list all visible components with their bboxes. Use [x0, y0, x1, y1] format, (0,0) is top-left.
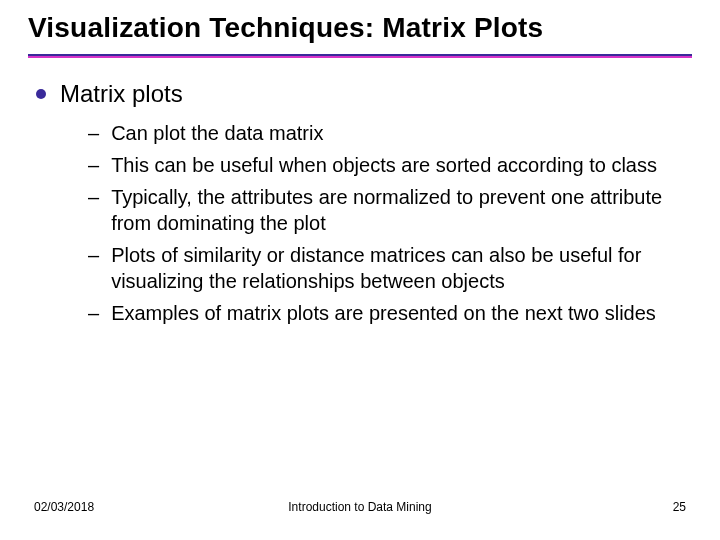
bullet-level2: – This can be useful when objects are so… — [88, 152, 682, 178]
bullet-level2-text: Typically, the attributes are normalized… — [111, 184, 682, 236]
slide-title: Visualization Techniques: Matrix Plots — [28, 12, 692, 44]
title-divider — [28, 54, 692, 58]
footer-page-number: 25 — [673, 500, 686, 514]
bullet-level2: – Can plot the data matrix — [88, 120, 682, 146]
slide-body: Matrix plots – Can plot the data matrix … — [28, 80, 692, 326]
dash-bullet-icon: – — [88, 152, 99, 178]
bullet-level2: – Examples of matrix plots are presented… — [88, 300, 682, 326]
dash-bullet-icon: – — [88, 242, 99, 268]
bullet-level1-text: Matrix plots — [60, 80, 183, 108]
footer-title: Introduction to Data Mining — [288, 500, 431, 514]
sub-bullet-list: – Can plot the data matrix – This can be… — [36, 120, 692, 326]
bullet-level2-text: Plots of similarity or distance matrices… — [111, 242, 682, 294]
dash-bullet-icon: – — [88, 300, 99, 326]
bullet-level2-text: This can be useful when objects are sort… — [111, 152, 657, 178]
dash-bullet-icon: – — [88, 184, 99, 210]
bullet-level2: – Typically, the attributes are normaliz… — [88, 184, 682, 236]
bullet-level2: – Plots of similarity or distance matric… — [88, 242, 682, 294]
dash-bullet-icon: – — [88, 120, 99, 146]
footer-date: 02/03/2018 — [34, 500, 94, 514]
round-bullet-icon — [36, 89, 46, 99]
slide-footer: 02/03/2018 Introduction to Data Mining 2… — [0, 500, 720, 514]
bullet-level1: Matrix plots — [36, 80, 692, 108]
bullet-level2-text: Can plot the data matrix — [111, 120, 323, 146]
bullet-level2-text: Examples of matrix plots are presented o… — [111, 300, 656, 326]
